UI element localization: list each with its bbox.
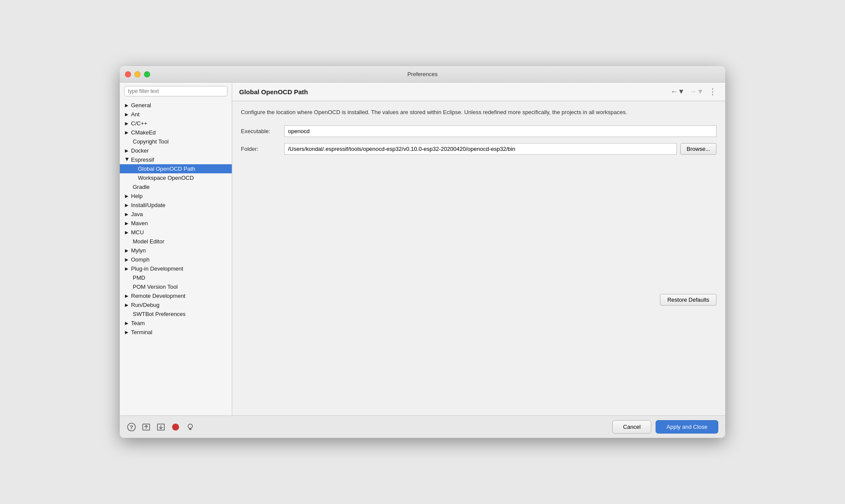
sidebar-item-label-general: General bbox=[131, 102, 151, 108]
svg-point-7 bbox=[188, 424, 192, 428]
sidebar-item-label-team: Team bbox=[131, 320, 145, 326]
sidebar-item-install-update[interactable]: ▶Install/Update bbox=[120, 201, 232, 210]
sidebar-item-label-espressif: Espressif bbox=[131, 156, 154, 163]
sidebar-item-pmd[interactable]: PMD bbox=[120, 273, 232, 282]
sidebar-item-plugin-dev[interactable]: ▶Plug-in Development bbox=[120, 264, 232, 273]
sidebar-item-label-mcu: MCU bbox=[131, 229, 144, 236]
java-arrow-icon: ▶ bbox=[125, 212, 129, 217]
espressif-arrow-icon: ▶ bbox=[125, 158, 130, 162]
close-button[interactable] bbox=[125, 71, 131, 77]
sidebar-item-label-docker: Docker bbox=[131, 147, 149, 154]
window-title: Preferences bbox=[407, 71, 438, 77]
install-update-arrow-icon: ▶ bbox=[125, 203, 129, 207]
sidebar-item-help[interactable]: ▶Help bbox=[120, 191, 232, 201]
sidebar-item-label-model-editor: Model Editor bbox=[133, 238, 164, 245]
panel-body: Configure the location where OpenOCD is … bbox=[232, 101, 725, 415]
sidebar-item-maven[interactable]: ▶Maven bbox=[120, 219, 232, 228]
sidebar-item-cpp[interactable]: ▶C/C++ bbox=[120, 119, 232, 128]
sidebar-item-global-openocd[interactable]: Global OpenOCD Path bbox=[120, 164, 232, 173]
sidebar-item-label-ant: Ant bbox=[131, 111, 140, 118]
restore-defaults-area: Restore Defaults bbox=[241, 290, 717, 309]
svg-point-6 bbox=[172, 424, 179, 431]
sidebar-item-general[interactable]: ▶General bbox=[120, 101, 232, 110]
terminal-arrow-icon: ▶ bbox=[125, 330, 129, 335]
titlebar: Preferences bbox=[120, 66, 725, 83]
mcu-arrow-icon: ▶ bbox=[125, 230, 129, 235]
sidebar-item-label-global-openocd: Global OpenOCD Path bbox=[138, 166, 195, 172]
minimize-button[interactable] bbox=[134, 71, 141, 77]
sidebar: ▶General▶Ant▶C/C++▶CMakeEdCopyright Tool… bbox=[120, 83, 232, 415]
restore-defaults-button[interactable]: Restore Defaults bbox=[660, 294, 717, 306]
executable-label: Executable: bbox=[241, 128, 284, 134]
preferences-window: Preferences ▶General▶Ant▶C/C++▶CMakeEdCo… bbox=[120, 66, 725, 438]
sidebar-item-team[interactable]: ▶Team bbox=[120, 319, 232, 328]
bottom-icons: ? bbox=[127, 422, 195, 432]
sidebar-item-gradle[interactable]: Gradle bbox=[120, 182, 232, 191]
main-content: ▶General▶Ant▶C/C++▶CMakeEdCopyright Tool… bbox=[120, 83, 725, 415]
sidebar-item-mcu[interactable]: ▶MCU bbox=[120, 228, 232, 237]
import-preferences-icon[interactable] bbox=[156, 422, 166, 432]
executable-input[interactable] bbox=[284, 125, 717, 137]
sidebar-item-label-plugin-dev: Plug-in Development bbox=[131, 265, 183, 272]
sidebar-item-mylyn[interactable]: ▶Mylyn bbox=[120, 246, 232, 255]
maximize-button[interactable] bbox=[144, 71, 150, 77]
sidebar-item-label-pom-version: POM Version Tool bbox=[133, 284, 178, 290]
sidebar-item-label-run-debug: Run/Debug bbox=[131, 302, 160, 308]
browse-button[interactable]: Browse... bbox=[680, 143, 717, 155]
sidebar-item-pom-version[interactable]: POM Version Tool bbox=[120, 282, 232, 291]
sidebar-item-swtbot[interactable]: SWTBot Preferences bbox=[120, 309, 232, 319]
cpp-arrow-icon: ▶ bbox=[125, 121, 129, 126]
sidebar-item-run-debug[interactable]: ▶Run/Debug bbox=[120, 300, 232, 309]
forward-button[interactable]: →▼ bbox=[688, 87, 705, 96]
help-arrow-icon: ▶ bbox=[125, 194, 129, 198]
right-panel: Global OpenOCD Path ←▼ →▼ ⋮ Configure th… bbox=[232, 83, 725, 415]
general-arrow-icon: ▶ bbox=[125, 103, 129, 108]
sidebar-item-label-swtbot: SWTBot Preferences bbox=[133, 311, 186, 317]
cancel-button[interactable]: Cancel bbox=[612, 420, 651, 434]
svg-text:?: ? bbox=[130, 424, 133, 431]
sidebar-item-java[interactable]: ▶Java bbox=[120, 210, 232, 219]
sidebar-item-cmake[interactable]: ▶CMakeEd bbox=[120, 128, 232, 137]
record-icon[interactable] bbox=[171, 422, 180, 432]
more-options-button[interactable]: ⋮ bbox=[707, 87, 718, 96]
executable-row: Executable: bbox=[241, 125, 717, 137]
search-input[interactable] bbox=[124, 86, 227, 96]
help-icon[interactable]: ? bbox=[127, 422, 136, 432]
folder-row: Folder: Browse... bbox=[241, 143, 717, 155]
traffic-lights bbox=[125, 71, 150, 77]
ant-arrow-icon: ▶ bbox=[125, 112, 129, 117]
lightbulb-icon[interactable] bbox=[186, 422, 195, 432]
back-button[interactable]: ←▼ bbox=[669, 87, 686, 96]
sidebar-item-oomph[interactable]: ▶Oomph bbox=[120, 255, 232, 264]
sidebar-item-label-cmake: CMakeEd bbox=[131, 129, 156, 136]
cmake-arrow-icon: ▶ bbox=[125, 130, 129, 135]
sidebar-item-label-oomph: Oomph bbox=[131, 256, 150, 263]
sidebar-item-label-help: Help bbox=[131, 193, 143, 199]
sidebar-item-remote-dev[interactable]: ▶Remote Development bbox=[120, 291, 232, 300]
team-arrow-icon: ▶ bbox=[125, 321, 129, 325]
export-preferences-icon[interactable] bbox=[141, 422, 151, 432]
sidebar-item-ant[interactable]: ▶Ant bbox=[120, 110, 232, 119]
sidebar-item-label-mylyn: Mylyn bbox=[131, 247, 146, 254]
folder-input[interactable] bbox=[284, 143, 677, 155]
sidebar-item-workspace-openocd[interactable]: Workspace OpenOCD bbox=[120, 173, 232, 182]
sidebar-item-label-workspace-openocd: Workspace OpenOCD bbox=[138, 175, 194, 181]
sidebar-item-espressif[interactable]: ▶Espressif bbox=[120, 155, 232, 164]
sidebar-item-copyright[interactable]: Copyright Tool bbox=[120, 137, 232, 146]
sidebar-item-label-java: Java bbox=[131, 211, 143, 217]
mylyn-arrow-icon: ▶ bbox=[125, 248, 129, 253]
oomph-arrow-icon: ▶ bbox=[125, 257, 129, 262]
apply-close-button[interactable]: Apply and Close bbox=[656, 420, 718, 434]
sidebar-item-terminal[interactable]: ▶Terminal bbox=[120, 328, 232, 337]
sidebar-item-label-install-update: Install/Update bbox=[131, 202, 166, 208]
sidebar-item-label-maven: Maven bbox=[131, 220, 148, 226]
folder-label: Folder: bbox=[241, 146, 284, 152]
sidebar-item-docker[interactable]: ▶Docker bbox=[120, 146, 232, 155]
panel-header-actions: ←▼ →▼ ⋮ bbox=[669, 87, 718, 96]
sidebar-item-label-terminal: Terminal bbox=[131, 329, 152, 335]
sidebar-item-model-editor[interactable]: Model Editor bbox=[120, 237, 232, 246]
remote-dev-arrow-icon: ▶ bbox=[125, 293, 129, 298]
docker-arrow-icon: ▶ bbox=[125, 148, 129, 153]
run-debug-arrow-icon: ▶ bbox=[125, 303, 129, 307]
sidebar-item-label-copyright: Copyright Tool bbox=[133, 138, 169, 145]
